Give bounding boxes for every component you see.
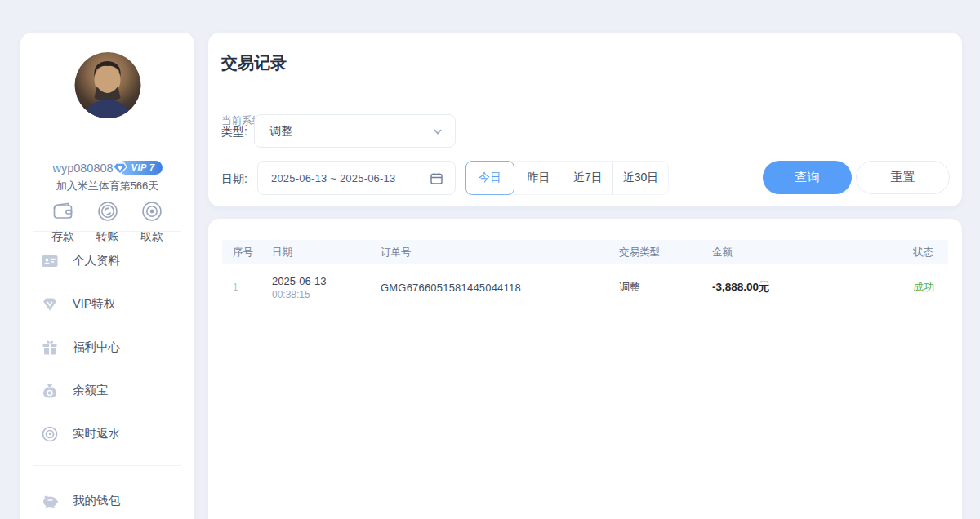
range-today-button[interactable]: 今日 <box>466 161 514 195</box>
date-range-input[interactable]: 2025-06-13 ~ 2025-06-13 <box>257 161 456 195</box>
filter-panel: 交易记录 当前系统支持查询最近30日的交易记录 类型: 调整 日期: 2025-… <box>208 33 962 206</box>
type-label: 类型: <box>221 125 247 140</box>
query-button[interactable]: 查询 <box>763 161 852 194</box>
range-last7-button[interactable]: 近7日 <box>564 162 613 194</box>
cell-order-no: GMG6766051581445044118 <box>381 282 619 294</box>
withdraw-button[interactable]: 取款 <box>131 199 173 244</box>
col-header-status: 状态 <box>913 246 938 260</box>
range-last30-button[interactable]: 近30日 <box>613 162 669 194</box>
col-header-order: 订单号 <box>381 246 619 260</box>
records-panel: 序号 日期 订单号 交易类型 金额 状态 1 2025-06-13 00:38:… <box>208 219 962 519</box>
cell-index: 1 <box>233 282 272 293</box>
type-select[interactable]: 调整 <box>254 114 456 148</box>
rebate-icon <box>40 424 60 444</box>
gift-icon <box>40 338 60 357</box>
status-badge: 成功 <box>913 280 938 295</box>
money-bag-icon <box>40 381 60 401</box>
table-row[interactable]: 1 2025-06-13 00:38:15 GMG676605158144504… <box>222 264 948 310</box>
col-header-date: 日期 <box>272 246 381 260</box>
avatar-silhouette-icon <box>74 52 140 118</box>
id-card-icon <box>40 251 60 271</box>
range-yesterday-button[interactable]: 昨日 <box>514 162 564 194</box>
divider <box>33 465 181 466</box>
vip-diamond-icon <box>40 295 60 314</box>
col-header-type: 交易类型 <box>619 246 712 260</box>
deposit-button[interactable]: 存款 <box>42 199 84 244</box>
cell-time: 00:38:15 <box>272 289 381 300</box>
sidebar-menu-bottom: 我的钱包 <box>40 479 181 519</box>
sidebar-item-vip[interactable]: VIP特权 <box>40 282 181 326</box>
deposit-wallet-icon <box>51 199 75 224</box>
cell-date: 2025-06-13 00:38:15 <box>272 275 381 300</box>
date-range-value: 2025-06-13 ~ 2025-06-13 <box>271 172 430 184</box>
vip-badge[interactable]: VIP 7 <box>118 161 163 175</box>
sidebar-item-profile[interactable]: 个人资料 <box>40 239 181 282</box>
cell-type: 调整 <box>619 280 712 295</box>
joined-days-text: 加入米兰体育第566天 <box>20 179 194 193</box>
sidebar-item-rebate[interactable]: 实时返水 <box>40 412 181 455</box>
chevron-down-icon <box>432 126 443 137</box>
cell-amount: -3,888.00元 <box>712 280 913 295</box>
transfer-icon <box>96 199 120 224</box>
date-label: 日期: <box>221 172 247 187</box>
col-header-index: 序号 <box>233 246 272 260</box>
col-header-amount: 金额 <box>712 246 913 260</box>
piggy-bank-icon <box>40 491 60 511</box>
sidebar-item-yuebao[interactable]: 余额宝 <box>40 369 181 412</box>
sidebar-item-welfare[interactable]: 福利中心 <box>40 326 181 369</box>
page-title: 交易记录 <box>221 52 287 74</box>
date-quick-ranges: 今日 昨日 近7日 近30日 <box>466 161 669 195</box>
calendar-icon <box>430 171 443 185</box>
transfer-button[interactable]: 转账 <box>87 199 129 244</box>
sidebar: wyp080808 VIP 7 加入米兰体育第566天 存款 <box>20 33 194 519</box>
withdraw-icon <box>140 199 164 224</box>
type-select-value: 调整 <box>270 124 432 139</box>
sidebar-item-wallet[interactable]: 我的钱包 <box>40 479 181 519</box>
reset-button[interactable]: 重置 <box>856 161 950 194</box>
sidebar-menu: 个人资料 VIP特权 福利中心 余额宝 <box>40 239 181 455</box>
vip-diamond-icon <box>113 161 127 175</box>
avatar[interactable] <box>74 52 140 118</box>
username: wyp080808 <box>52 162 113 175</box>
quick-actions: 存款 转账 取款 <box>33 199 181 244</box>
divider <box>33 231 181 232</box>
table-header-row: 序号 日期 订单号 交易类型 金额 状态 <box>222 240 948 264</box>
